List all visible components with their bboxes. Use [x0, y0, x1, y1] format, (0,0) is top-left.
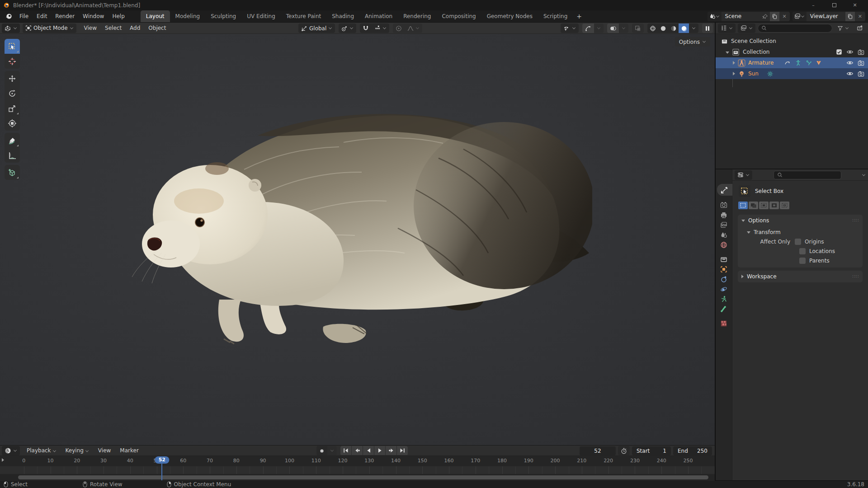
shading-settings-button[interactable]	[689, 23, 698, 33]
workspace-tab-scripting[interactable]: Scripting	[538, 10, 573, 22]
properties-editor-type-button[interactable]	[735, 170, 752, 180]
tab-collection[interactable]	[716, 254, 732, 264]
pin-scene-button[interactable]	[760, 12, 770, 21]
proportional-editing-toggle[interactable]	[393, 23, 405, 33]
select-mode-invert[interactable]	[769, 202, 779, 209]
panel-grip[interactable]: ∷∷	[852, 274, 859, 279]
transform-orientation-selector[interactable]: Global	[298, 23, 335, 33]
blender-menu-button[interactable]	[2, 10, 15, 22]
menu-file[interactable]: File	[15, 10, 33, 22]
previous-keyframe-button[interactable]	[352, 446, 363, 455]
select-mode-subtract[interactable]	[759, 202, 769, 209]
menu-render[interactable]: Render	[51, 10, 79, 22]
timeline-ruler[interactable]: 0102030405060708090100110120130140150160…	[0, 456, 715, 466]
workspace-tab-shading[interactable]: Shading	[326, 10, 359, 22]
expand-icon[interactable]	[733, 61, 735, 65]
select-mode-set[interactable]	[738, 202, 748, 209]
outliner-row-armature[interactable]: Armature	[716, 57, 868, 68]
shading-wireframe-button[interactable]	[647, 23, 658, 33]
locations-checkbox[interactable]	[799, 248, 806, 254]
tool-cursor[interactable]	[5, 54, 20, 69]
frame-end-field[interactable]: End 250	[673, 446, 712, 455]
select-mode-extend[interactable]	[749, 202, 758, 209]
tab-object-data[interactable]	[716, 294, 732, 304]
disable-render-camera-icon[interactable]	[858, 70, 864, 77]
scene-name[interactable]: Scene	[722, 13, 760, 19]
tool-scale[interactable]	[5, 101, 20, 116]
frame-start-field[interactable]: Start 1	[632, 446, 671, 455]
workspace-tab-layout[interactable]: Layout	[141, 10, 170, 22]
workspace-tab-geometry-nodes[interactable]: Geometry Nodes	[481, 10, 538, 22]
viewport-options-button[interactable]: Options	[675, 37, 710, 47]
tool-move[interactable]	[5, 71, 20, 86]
keying-settings-button[interactable]	[327, 446, 337, 455]
channel-expand-toggle[interactable]	[2, 458, 4, 462]
viewport-menu-select[interactable]: Select	[101, 25, 126, 31]
snap-toggle[interactable]	[360, 23, 372, 33]
menu-help[interactable]: Help	[108, 10, 128, 22]
expand-icon[interactable]	[733, 72, 735, 75]
remove-view-layer-button[interactable]: ✕	[855, 14, 865, 19]
hide-eye-icon[interactable]	[846, 59, 854, 66]
playhead[interactable]	[161, 463, 162, 480]
view-layer-browse-button[interactable]	[793, 12, 807, 21]
timeline-scrollbar-thumb[interactable]	[18, 475, 708, 479]
otter-model[interactable]	[127, 111, 592, 355]
tab-constraints[interactable]	[716, 274, 732, 284]
outliner-display-mode-button[interactable]	[738, 23, 755, 33]
checkbox-icon[interactable]	[836, 49, 842, 55]
menu-window[interactable]: Window	[79, 10, 108, 22]
tool-rotate[interactable]	[5, 86, 20, 101]
parents-checkbox[interactable]	[799, 258, 806, 264]
timeline-editor-type-button[interactable]	[2, 446, 20, 455]
new-scene-button[interactable]	[770, 12, 779, 21]
shading-rendered-button[interactable]	[679, 23, 689, 33]
view-layer-name[interactable]: ViewLayer	[807, 13, 845, 19]
editor-type-button[interactable]	[2, 23, 20, 33]
tab-bone[interactable]	[716, 304, 732, 314]
new-collection-button[interactable]	[854, 23, 866, 33]
timeline-menu-keying[interactable]: Keying	[61, 447, 93, 454]
outliner-search-input[interactable]	[758, 24, 832, 33]
hide-eye-icon[interactable]	[846, 48, 854, 56]
show-gizmo-toggle[interactable]	[582, 23, 594, 33]
auto-keying-toggle[interactable]	[316, 446, 327, 455]
current-frame-field[interactable]: 52	[580, 446, 616, 455]
tab-tool[interactable]	[717, 184, 732, 196]
timeline-menu-playback[interactable]: Playback	[23, 447, 61, 454]
transform-subpanel-header[interactable]: Transform	[747, 229, 859, 235]
workspace-tab-rendering[interactable]: Rendering	[398, 10, 436, 22]
workspace-tab-sculpting[interactable]: Sculpting	[205, 10, 241, 22]
viewport-menu-object[interactable]: Object	[144, 25, 170, 31]
pause-button[interactable]	[702, 23, 713, 33]
viewport-canvas[interactable]: Options	[0, 34, 715, 445]
disable-render-camera-icon[interactable]	[858, 49, 864, 56]
tool-measure[interactable]	[5, 148, 20, 163]
jump-to-start-button[interactable]	[340, 446, 351, 455]
outliner-filter-button[interactable]	[835, 23, 852, 33]
tab-scene[interactable]	[716, 230, 732, 240]
shading-material-button[interactable]	[668, 23, 679, 33]
tool-annotate[interactable]	[5, 133, 20, 148]
tab-texture[interactable]	[716, 319, 732, 328]
tab-object[interactable]	[716, 264, 732, 274]
outliner-row-sun[interactable]: Sun	[716, 68, 868, 79]
workspace-tab-modeling[interactable]: Modeling	[170, 10, 206, 22]
tab-world[interactable]	[716, 240, 732, 250]
jump-to-end-button[interactable]	[397, 446, 408, 455]
options-panel-header[interactable]: Options ∷∷	[741, 217, 859, 224]
overlays-settings-button[interactable]	[619, 23, 628, 33]
playhead-badge[interactable]: 52	[155, 456, 169, 464]
viewport-menu-add[interactable]: Add	[126, 25, 144, 31]
select-mode-intersect[interactable]	[780, 202, 789, 209]
workspace-panel-header[interactable]: Workspace ∷∷	[741, 273, 859, 280]
show-overlays-toggle[interactable]	[607, 23, 619, 33]
properties-options-chevron[interactable]	[862, 173, 865, 176]
new-view-layer-button[interactable]	[845, 12, 855, 21]
outliner-row-scene-collection[interactable]: Scene Collection	[716, 36, 868, 47]
timeline-track[interactable]	[0, 466, 715, 474]
active-tool-icon-box[interactable]	[739, 185, 750, 197]
viewport-menu-view[interactable]: View	[80, 25, 101, 31]
workspace-tab-animation[interactable]: Animation	[359, 10, 398, 22]
workspace-tab-uv-editing[interactable]: UV Editing	[241, 10, 281, 22]
